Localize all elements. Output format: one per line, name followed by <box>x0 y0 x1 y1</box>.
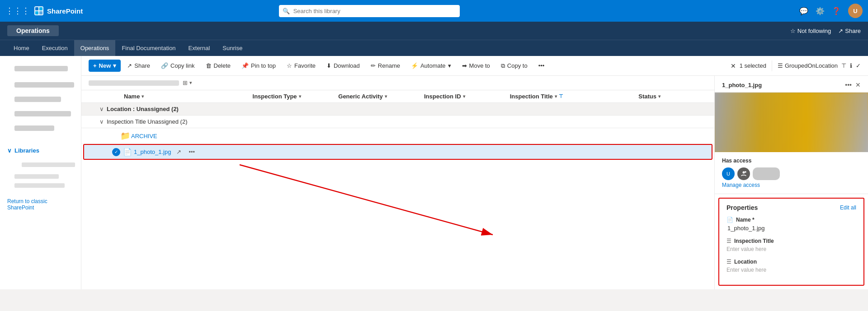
panel-preview-image <box>715 93 868 152</box>
delete-icon: 🗑 <box>206 62 212 69</box>
prop-name-row: 📄 Name * 1_photo_1.jpg <box>726 217 856 232</box>
link-icon: 🔗 <box>161 62 168 69</box>
chat-icon[interactable]: 💬 <box>799 7 808 15</box>
col-inspection-type[interactable]: Inspection Type ▾ <box>253 93 339 100</box>
return-classic-link[interactable]: Return to classic SharePoint <box>0 195 81 214</box>
rename-button[interactable]: ✏ Rename <box>366 60 405 72</box>
waffle-icon[interactable]: ⋮⋮⋮ <box>5 6 30 16</box>
libraries-label: Libraries <box>14 147 39 154</box>
move-to-button[interactable]: ➡ Move to <box>458 60 495 72</box>
access-avatar-group <box>737 167 750 180</box>
automate-chevron-icon: ▾ <box>448 62 451 69</box>
svg-rect-1 <box>35 7 38 10</box>
photo-share-icon[interactable]: ↗ <box>175 148 183 156</box>
group-location-chevron[interactable]: ∨ <box>99 106 104 112</box>
suite-bar: Operations ☆ Not following ↗ Share <box>0 22 868 40</box>
inspection-title-filter-icon[interactable]: ⊤ <box>559 93 563 99</box>
panel-more-icon[interactable]: ••• <box>845 81 852 88</box>
svg-point-5 <box>743 172 745 174</box>
left-sidebar: ∨ Libraries Return to classic SharePoint <box>0 56 81 289</box>
star-icon: ☆ <box>287 62 292 69</box>
nav-bar: Home Execution Operations Final Document… <box>0 40 868 56</box>
view-chevron-icon[interactable]: ▾ <box>189 80 192 86</box>
col-inspection-id[interactable]: Inspection ID ▾ <box>424 93 510 100</box>
group-inspection-title-unassigned: ∨ Inspection Title Unassigned (2) <box>81 116 714 128</box>
command-bar: + New ▾ ↗ Share 🔗 Copy link 🗑 Delete 📌 P… <box>81 56 868 76</box>
ellipsis-icon: ••• <box>538 62 545 69</box>
new-button[interactable]: + New ▾ <box>89 60 121 72</box>
path-blurred <box>89 80 179 86</box>
photo-file-name[interactable]: 1_photo_1.jpg ↗ ••• <box>134 148 259 156</box>
panel-close-icon[interactable]: ✕ <box>855 81 861 88</box>
info-icon[interactable]: ℹ <box>850 62 852 69</box>
help-icon[interactable]: ❓ <box>832 7 841 15</box>
not-following-button[interactable]: ☆ Not following <box>790 28 831 34</box>
automate-button[interactable]: ⚡ Automate ▾ <box>406 60 456 72</box>
column-headers: Name ▾ Inspection Type ▾ Generic Activit… <box>81 90 714 103</box>
share-button[interactable]: ↗ Share <box>123 60 155 72</box>
app-name: SharePoint <box>47 7 83 15</box>
panel-header: 1_photo_1.jpg ••• ✕ <box>715 76 868 93</box>
checkmark-all-icon[interactable]: ✓ <box>856 62 861 69</box>
access-avatar-user: U <box>722 167 735 180</box>
status-sort-icon: ▾ <box>658 94 660 99</box>
pin-to-top-button[interactable]: 📌 Pin to top <box>237 60 280 72</box>
prop-name-label: Name * <box>736 217 755 223</box>
svg-point-6 <box>745 171 746 173</box>
photo-file-actions: ↗ ••• <box>175 148 197 156</box>
filter-icon[interactable]: ⊤ <box>841 62 846 69</box>
inspection-id-sort-icon: ▾ <box>463 94 465 99</box>
copy-link-button[interactable]: 🔗 Copy link <box>156 60 199 72</box>
nav-operations[interactable]: Operations <box>74 40 116 56</box>
download-button[interactable]: ⬇ Download <box>322 60 364 72</box>
search-input[interactable] <box>279 5 460 17</box>
panel-preview <box>715 93 868 152</box>
chevron-down-icon: ∨ <box>7 147 12 154</box>
avatar[interactable]: U <box>848 4 863 18</box>
nav-home[interactable]: Home <box>7 40 36 56</box>
move-icon: ➡ <box>462 62 467 69</box>
properties-header: Properties Edit all <box>726 204 856 211</box>
settings-icon[interactable]: ⚙️ <box>816 7 825 15</box>
favorite-button[interactable]: ☆ Favorite <box>282 60 320 72</box>
prop-inspection-title-row: ☰ Inspection Title Enter value here <box>726 238 856 252</box>
lib-item-1[interactable] <box>0 158 81 172</box>
app-logo: SharePoint <box>34 6 107 15</box>
view-options-icon[interactable]: ⊞ <box>183 79 188 86</box>
photo-checkbox[interactable]: ✓ <box>109 148 123 156</box>
col-status[interactable]: Status ▾ <box>638 93 707 100</box>
delete-button[interactable]: 🗑 Delete <box>201 60 236 72</box>
nav-final-documentation[interactable]: Final Documentation <box>115 40 182 56</box>
plus-icon: + <box>93 62 97 69</box>
nav-sunrise[interactable]: Sunrise <box>216 40 249 56</box>
nav-execution[interactable]: Execution <box>36 40 74 56</box>
archive-folder-name[interactable]: ARCHIVE <box>131 133 258 139</box>
libraries-section[interactable]: ∨ Libraries <box>0 144 81 157</box>
cmd-bar-right: ✕ 1 selected ☰ GroupedOnLocation ⊤ ℹ ✓ <box>731 60 861 71</box>
copy-to-button[interactable]: ⧉ Copy to <box>496 60 532 72</box>
sidebar-nav-item-1 <box>14 82 74 88</box>
share-site-button[interactable]: ↗ Share <box>838 28 861 34</box>
inspection-type-sort-icon: ▾ <box>299 94 301 99</box>
sidebar-nav-home <box>14 66 68 71</box>
top-bar: ⋮⋮⋮ SharePoint 🔍 💬 ⚙️ ❓ U <box>0 0 868 22</box>
more-button[interactable]: ••• <box>534 60 549 72</box>
edit-all-button[interactable]: Edit all <box>840 204 856 211</box>
col-name[interactable]: Name ▾ <box>124 93 253 100</box>
nav-external[interactable]: External <box>182 40 217 56</box>
lib-item-2[interactable] <box>0 172 81 181</box>
copy-icon: ⧉ <box>501 62 505 70</box>
photo-more-icon[interactable]: ••• <box>187 148 197 156</box>
deselect-button[interactable]: ✕ <box>731 62 736 70</box>
inspection-title-sort-icon: ▾ <box>555 94 557 99</box>
col-inspection-title[interactable]: Inspection Title ▾ ⊤ <box>510 93 639 100</box>
group-inspection-title-chevron[interactable]: ∨ <box>99 118 104 125</box>
prop-inspection-title-icon: ☰ <box>726 238 731 244</box>
grouped-on-location-button[interactable]: ☰ GroupedOnLocation <box>778 62 838 69</box>
share-icon: ↗ <box>127 62 132 69</box>
dropdown-arrow-icon: ▾ <box>113 62 116 69</box>
manage-access-link[interactable]: Manage access <box>722 182 861 188</box>
prop-location-label: Location <box>734 259 757 265</box>
col-generic-activity[interactable]: Generic Activity ▾ <box>338 93 424 100</box>
lib-item-3[interactable] <box>0 181 81 190</box>
